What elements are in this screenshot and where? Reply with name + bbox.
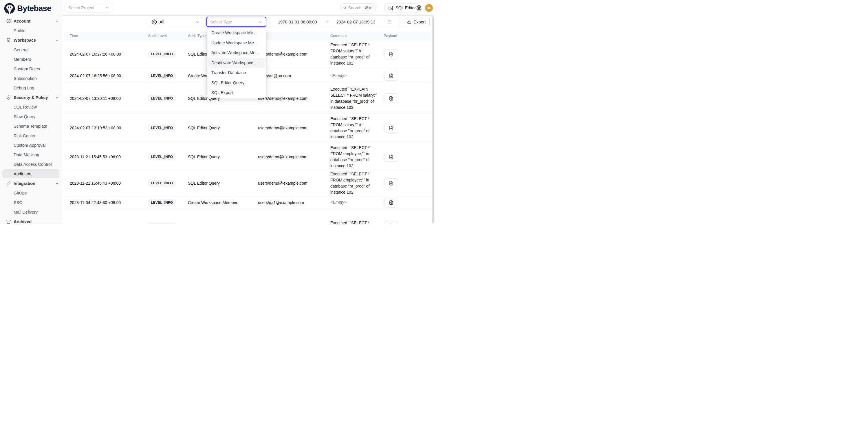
- sidebar-item-mail-delivery[interactable]: Mail Delivery: [0, 207, 63, 217]
- sidebar-item-members[interactable]: Members: [0, 55, 63, 64]
- type-filter-placeholder: Select Type: [210, 20, 232, 24]
- type-filter-select[interactable]: Select Type: [206, 17, 267, 27]
- sidebar-item-label: General: [13, 47, 29, 52]
- payload-view-button[interactable]: [384, 198, 398, 207]
- payload-view-button[interactable]: [384, 178, 398, 188]
- file-search-icon: [389, 181, 394, 186]
- sidebar-item-general[interactable]: General: [0, 45, 63, 55]
- export-button[interactable]: Export: [403, 17, 430, 27]
- search-input[interactable]: Search ⌘ K: [340, 3, 376, 12]
- sidebar-item-data-masking[interactable]: Data Masking: [0, 150, 63, 159]
- sidebar-item-profile[interactable]: Profile: [0, 26, 63, 35]
- file-search-icon: [389, 200, 394, 205]
- avatar[interactable]: DE: [425, 4, 433, 12]
- sidebar-item-slow-query[interactable]: Slow Query: [0, 112, 63, 121]
- menu-item-activate-workspace-member[interactable]: Activate Workspace Me...: [207, 48, 267, 58]
- payload-view-button[interactable]: [384, 49, 398, 59]
- file-search-icon: [389, 125, 394, 130]
- actor-filter-select[interactable]: All: [148, 17, 203, 27]
- file-search-icon: [389, 154, 394, 159]
- sidebar-item-custom-approval[interactable]: Custom Approval: [0, 140, 63, 150]
- sidebar-item-integration[interactable]: Integration: [0, 179, 63, 188]
- arrow-right-icon: [324, 20, 330, 24]
- cell-audit-level: LEVEL_INFO: [148, 95, 188, 102]
- calendar-icon: [387, 20, 392, 24]
- menu-item-transfer-database[interactable]: Transfer Database: [207, 68, 267, 78]
- menu-item-sql-export[interactable]: SQL Export: [207, 88, 267, 98]
- terminal-icon: [388, 5, 393, 10]
- sidebar-item-debug-log[interactable]: Debug Log: [0, 83, 63, 93]
- payload-view-button[interactable]: [384, 221, 398, 224]
- cell-payload: [383, 221, 431, 224]
- column-header-actor: Actor: [258, 34, 330, 38]
- date-to-value: 2024-02-07 18:09:13: [336, 20, 375, 24]
- column-header-audit-level: Audit Level: [148, 34, 188, 38]
- sidebar-item-sql-review[interactable]: SQL Review: [0, 102, 63, 112]
- cell-comment: <Empty>: [330, 199, 383, 205]
- gear-icon[interactable]: [416, 5, 422, 11]
- sql-editor-button[interactable]: SQL Editor: [384, 3, 420, 12]
- cell-audit-level: LEVEL_INFO: [148, 223, 188, 224]
- sidebar-item-risk-center[interactable]: Risk Center: [0, 131, 63, 140]
- sidebar-item-archived[interactable]: Archived: [0, 217, 63, 224]
- cell-comment: Executed `"SELECT * FROM department;"` i…: [330, 220, 383, 224]
- user-circle-icon: [6, 19, 11, 24]
- audit-level-badge: LEVEL_INFO: [148, 51, 176, 58]
- payload-view-button[interactable]: [384, 94, 398, 103]
- sidebar-item-audit-log[interactable]: Audit Log: [0, 169, 63, 179]
- sidebar-item-label: Workspace: [13, 38, 36, 42]
- sidebar-item-schema-template[interactable]: Schema Template: [0, 121, 63, 131]
- cell-audit-level: LEVEL_INFO: [148, 72, 188, 79]
- menu-item-deactivate-workspace-member[interactable]: Deactivate Workspace ...: [208, 58, 266, 68]
- cell-payload: [383, 49, 431, 59]
- cell-time: 2023-11-04 21:26:24 +08:00: [65, 224, 148, 224]
- file-search-icon: [389, 73, 394, 78]
- cell-payload: [383, 71, 431, 81]
- sidebar-item-label: Data Access Control: [13, 162, 52, 167]
- sidebar-item-security-policy[interactable]: Security & Policy: [0, 93, 63, 102]
- sidebar-item-account[interactable]: Account: [0, 16, 63, 26]
- topbar: Select Project Search ⌘ K SQL Editor DE: [63, 0, 434, 15]
- payload-view-button[interactable]: [384, 152, 398, 162]
- table-row: 2023-11-04 21:26:24 +08:00 LEVEL_INFO SQ…: [65, 210, 431, 224]
- cell-time: 2024-02-07 13:19:53 +08:00: [65, 126, 148, 130]
- cell-actor: users/demo@example.com: [258, 224, 330, 224]
- chevron-down-icon: [55, 182, 59, 185]
- sidebar-item-workspace[interactable]: Workspace: [0, 35, 63, 45]
- sidebar-item-label: Subscription: [13, 76, 37, 81]
- sidebar-item-label: Integration: [13, 181, 35, 186]
- audit-level-badge: LEVEL_INFO: [148, 223, 176, 224]
- sidebar-item-custom-roles[interactable]: Custom Roles: [0, 64, 63, 73]
- cell-payload: [383, 178, 431, 188]
- chevron-down-icon: [105, 6, 109, 10]
- sidebar-item-sso[interactable]: SSO: [0, 198, 63, 207]
- cell-time: 2024-02-07 16:25:56 +08:00: [65, 73, 148, 78]
- cell-comment: Executed `"SELECT * FROM salary;"` in da…: [330, 42, 383, 66]
- menu-item-sql-editor-query[interactable]: SQL Editor Query: [207, 78, 267, 88]
- bytebase-logo[interactable]: Bytebase: [4, 2, 51, 15]
- sidebar-item-label: GitOps: [13, 191, 27, 195]
- audit-level-badge: LEVEL_INFO: [148, 95, 176, 102]
- actor-filter-value: All: [159, 20, 164, 24]
- payload-view-button[interactable]: [384, 123, 398, 133]
- sidebar-item-gitops[interactable]: GitOps: [0, 188, 63, 198]
- menu-item-create-workspace-member[interactable]: Create Workspace Me...: [207, 28, 267, 38]
- cell-time: 2024-02-07 13:20:11 +08:00: [65, 96, 148, 101]
- cell-comment: Executed `"SELECT * FROM employee;"` in …: [330, 171, 383, 195]
- sql-editor-label: SQL Editor: [396, 5, 416, 10]
- audit-level-badge: LEVEL_INFO: [148, 180, 176, 187]
- project-select[interactable]: Select Project: [65, 3, 113, 12]
- cell-comment: Executed `"SELECT * FROM salary;"` in da…: [330, 116, 383, 140]
- menu-item-update-workspace-member[interactable]: Update Workspace Me...: [207, 38, 267, 48]
- bytebase-audit-log-page: Bytebase Account Profile Workspace Gener…: [0, 0, 434, 224]
- vertical-scrollbar[interactable]: [432, 16, 434, 223]
- audit-level-badge: LEVEL_INFO: [148, 199, 176, 206]
- payload-view-button[interactable]: [384, 71, 398, 81]
- date-range-picker[interactable]: 1970-01-01 08:00:00 2024-02-07 18:09:13: [270, 17, 400, 27]
- sidebar-item-subscription[interactable]: Subscription: [0, 73, 63, 83]
- cell-audit-type: SQL Editor Query: [188, 126, 258, 130]
- sidebar-item-label: Profile: [13, 28, 26, 33]
- search-placeholder: Search: [348, 5, 362, 10]
- sidebar-item-data-access-control[interactable]: Data Access Control: [0, 159, 63, 169]
- bytebase-logo-icon: [4, 3, 16, 14]
